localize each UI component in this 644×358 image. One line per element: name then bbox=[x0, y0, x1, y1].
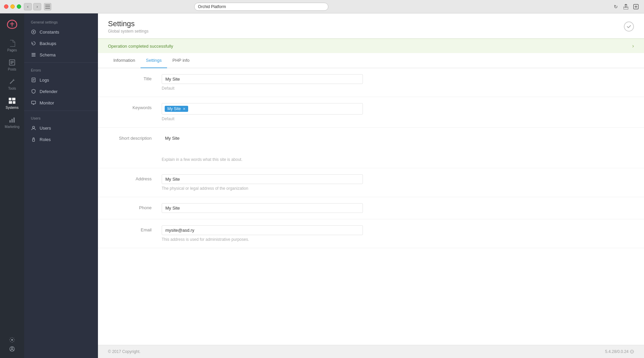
tags-container[interactable]: My Site × bbox=[162, 103, 363, 115]
svg-rect-29 bbox=[32, 101, 36, 104]
save-button[interactable] bbox=[624, 21, 634, 32]
form-row-address: Address The physical or legal address of… bbox=[98, 168, 644, 197]
traffic-lights bbox=[4, 4, 21, 9]
svg-rect-11 bbox=[9, 98, 11, 100]
page-header: Settings Global system settings bbox=[98, 13, 644, 39]
user-circle-icon[interactable] bbox=[9, 346, 15, 353]
tag-remove-icon[interactable]: × bbox=[183, 106, 185, 111]
logs-icon bbox=[31, 77, 36, 83]
svg-rect-15 bbox=[9, 120, 11, 123]
back-button[interactable]: ‹ bbox=[24, 3, 32, 10]
page-title-block: Settings Global system settings bbox=[108, 19, 149, 34]
short-desc-input[interactable] bbox=[162, 134, 363, 154]
main-content: Settings Global system settings Operatio… bbox=[98, 13, 644, 358]
close-banner-icon[interactable]: › bbox=[632, 43, 634, 49]
users-nav-label: Users bbox=[40, 126, 51, 131]
page-subtitle: Global system settings bbox=[108, 29, 149, 34]
backups-icon bbox=[31, 41, 36, 46]
constants-icon bbox=[31, 29, 36, 35]
reload-button[interactable]: ↻ bbox=[612, 3, 620, 10]
sidebar-nav-roles[interactable]: Roles bbox=[24, 134, 98, 145]
nav-buttons: ‹ › bbox=[24, 3, 41, 10]
page-header-actions bbox=[624, 21, 634, 32]
sidebar-item-marketing[interactable]: Marketing bbox=[0, 113, 24, 132]
sidebar-item-marketing-label: Marketing bbox=[5, 125, 19, 129]
form-row-phone: Phone bbox=[98, 197, 644, 219]
short-desc-field: Explain in a few words what this site is… bbox=[162, 134, 634, 162]
new-tab-button[interactable] bbox=[632, 3, 640, 10]
minimize-button[interactable] bbox=[10, 4, 15, 9]
sidebar-nav-users[interactable]: Users bbox=[24, 122, 98, 134]
address-input[interactable] bbox=[162, 174, 363, 184]
keywords-label: Keywords bbox=[108, 103, 162, 110]
monitor-icon bbox=[31, 100, 36, 105]
defender-icon bbox=[31, 89, 36, 94]
svg-rect-12 bbox=[12, 98, 15, 100]
icon-sidebar-bottom bbox=[9, 337, 15, 358]
email-input[interactable] bbox=[162, 225, 363, 235]
sidebar-item-posts-label: Posts bbox=[8, 68, 16, 71]
page-title: Settings bbox=[108, 19, 149, 28]
sidebar-item-systems[interactable]: Systems bbox=[0, 94, 24, 113]
sidebar-nav-backups[interactable]: Backups bbox=[24, 38, 98, 49]
tools-icon bbox=[8, 78, 16, 85]
sidebar-item-tools[interactable]: Tools bbox=[0, 75, 24, 94]
svg-rect-16 bbox=[11, 119, 13, 123]
email-hint: This address is used for administrative … bbox=[162, 237, 634, 242]
schema-label: Schema bbox=[40, 52, 56, 57]
sidebar-nav-constants[interactable]: Constants bbox=[24, 26, 98, 38]
svg-rect-17 bbox=[13, 118, 15, 123]
settings-icon[interactable] bbox=[9, 337, 15, 344]
tab-settings[interactable]: Settings bbox=[141, 53, 167, 68]
phone-input[interactable] bbox=[162, 203, 363, 213]
version-icon bbox=[630, 350, 634, 354]
close-button[interactable] bbox=[4, 4, 8, 9]
svg-rect-14 bbox=[13, 101, 15, 104]
users-icon bbox=[31, 125, 36, 131]
sidebar-item-pages[interactable]: Pages bbox=[0, 36, 24, 55]
backups-label: Backups bbox=[40, 41, 56, 46]
sidebar-nav-monitor[interactable]: Monitor bbox=[24, 97, 98, 108]
tag-my-site: My Site × bbox=[165, 106, 188, 112]
nav-sidebar: General settings Constants Backups Schem… bbox=[24, 13, 98, 358]
maximize-button[interactable] bbox=[17, 4, 21, 9]
svg-rect-24 bbox=[32, 56, 36, 56]
form-row-keywords: Keywords My Site × Default bbox=[98, 97, 644, 128]
address-bar-text: Orchid Platform bbox=[198, 4, 226, 9]
sidebar-item-tools-label: Tools bbox=[8, 87, 16, 90]
phone-label: Phone bbox=[108, 203, 162, 210]
sidebar-item-pages-label: Pages bbox=[7, 48, 17, 52]
users-label: Users bbox=[24, 113, 98, 122]
svg-point-20 bbox=[11, 348, 13, 349]
title-input[interactable] bbox=[162, 74, 363, 84]
browser-chrome: ‹ › Orchid Platform ↻ bbox=[0, 0, 644, 13]
sidebar-item-posts[interactable]: Posts bbox=[0, 55, 24, 75]
address-bar[interactable]: Orchid Platform bbox=[194, 3, 328, 11]
sidebar-nav-defender[interactable]: Defender bbox=[24, 86, 98, 97]
sidebar-item-systems-label: Systems bbox=[6, 106, 18, 109]
keywords-field: My Site × Default bbox=[162, 103, 634, 121]
browser-actions: ↻ bbox=[612, 3, 640, 10]
email-label: Email bbox=[108, 225, 162, 232]
sidebar-nav-schema[interactable]: Schema bbox=[24, 49, 98, 60]
svg-rect-23 bbox=[32, 54, 36, 55]
app: Pages Posts Tools Systems bbox=[0, 13, 644, 358]
orchid-logo[interactable] bbox=[5, 17, 19, 31]
systems-icon bbox=[8, 97, 16, 104]
sidebar-nav-logs[interactable]: Logs bbox=[24, 74, 98, 86]
tab-php-info[interactable]: PHP info bbox=[167, 53, 195, 68]
form-row-email: Email This address is used for administr… bbox=[98, 219, 644, 248]
constants-label: Constants bbox=[40, 30, 59, 35]
address-hint: The physical or legal address of the org… bbox=[162, 186, 634, 191]
share-button[interactable] bbox=[622, 3, 630, 10]
defender-label: Defender bbox=[40, 89, 57, 94]
forward-button[interactable]: › bbox=[33, 3, 41, 10]
title-label: Title bbox=[108, 74, 162, 81]
sidebar-toggle[interactable] bbox=[44, 3, 51, 10]
marketing-icon bbox=[8, 116, 16, 124]
email-field: This address is used for administrative … bbox=[162, 225, 634, 242]
copyright: © 2017 Copyright. bbox=[108, 349, 141, 354]
pages-icon bbox=[8, 40, 16, 47]
footer-version: 5.4.28/0.0.24 bbox=[605, 349, 634, 354]
tab-information[interactable]: Information bbox=[108, 53, 141, 68]
